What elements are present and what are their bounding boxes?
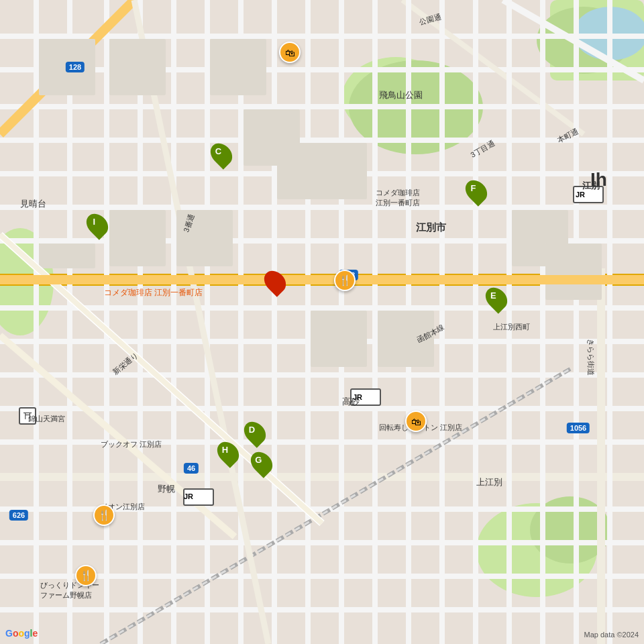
station-ebetsu-label: JR bbox=[576, 188, 585, 200]
svg-rect-17 bbox=[0, 205, 644, 210]
svg-rect-54 bbox=[597, 268, 605, 644]
marker-F[interactable]: F bbox=[467, 179, 486, 203]
poi-shopping-tsutaya[interactable]: 🛍 bbox=[279, 42, 301, 63]
poi-food-bikkuri[interactable]: 🍴 bbox=[75, 565, 97, 586]
poi-food-sushiro[interactable]: 🍴 bbox=[93, 504, 115, 526]
svg-rect-63 bbox=[176, 210, 233, 266]
svg-rect-27 bbox=[0, 574, 644, 579]
svg-rect-32 bbox=[67, 0, 72, 644]
map-data-credit: Map data ©2024 bbox=[584, 631, 639, 639]
svg-rect-64 bbox=[311, 311, 367, 367]
svg-rect-56 bbox=[109, 39, 166, 95]
svg-rect-70 bbox=[0, 275, 644, 284]
svg-rect-33 bbox=[104, 0, 109, 644]
marker-main[interactable] bbox=[266, 270, 284, 294]
map-container[interactable]: 江別市 見晴台 飛鳥山公園 公園通 本町通 3番通 3丁目通 新栄通り 高砂 野… bbox=[0, 0, 644, 644]
svg-rect-48 bbox=[607, 0, 612, 644]
svg-rect-34 bbox=[138, 0, 143, 644]
svg-rect-41 bbox=[372, 0, 378, 644]
svg-rect-23 bbox=[0, 439, 644, 445]
svg-rect-39 bbox=[305, 0, 311, 644]
svg-rect-67 bbox=[545, 244, 602, 300]
station-nopporo-label: JR bbox=[184, 490, 193, 502]
google-logo: Google bbox=[5, 628, 38, 639]
svg-rect-60 bbox=[311, 143, 367, 199]
svg-rect-57 bbox=[210, 39, 266, 95]
svg-rect-15 bbox=[0, 138, 644, 143]
svg-rect-13 bbox=[0, 67, 644, 72]
marker-G[interactable]: G bbox=[252, 451, 271, 475]
svg-rect-38 bbox=[272, 0, 277, 644]
svg-rect-65 bbox=[378, 311, 434, 367]
svg-rect-26 bbox=[0, 540, 644, 545]
marker-E[interactable]: E bbox=[487, 286, 506, 311]
poi-shopping-bookoff[interactable]: 🛍 bbox=[405, 411, 427, 432]
svg-rect-22 bbox=[0, 406, 644, 411]
station-takasago-label: JR bbox=[353, 390, 362, 402]
svg-rect-61 bbox=[39, 244, 95, 268]
svg-rect-24 bbox=[0, 473, 644, 481]
road-badge-1056: 1056 bbox=[567, 423, 590, 433]
svg-rect-44 bbox=[473, 0, 478, 644]
marker-I[interactable]: I bbox=[88, 213, 107, 237]
station-nishiyama: ⛩ bbox=[19, 407, 36, 425]
svg-rect-36 bbox=[205, 0, 210, 644]
road-badge-46: 46 bbox=[184, 463, 199, 474]
svg-rect-37 bbox=[238, 0, 244, 644]
road-badge-626: 626 bbox=[9, 510, 28, 521]
ebetsu-label-big: Ih bbox=[590, 169, 607, 191]
svg-rect-47 bbox=[574, 0, 579, 644]
svg-rect-46 bbox=[540, 0, 545, 644]
marker-C[interactable]: C bbox=[212, 142, 231, 166]
svg-rect-21 bbox=[0, 372, 644, 378]
svg-rect-43 bbox=[439, 0, 445, 644]
svg-rect-19 bbox=[0, 305, 644, 311]
svg-rect-62 bbox=[109, 210, 166, 266]
svg-rect-45 bbox=[506, 0, 512, 644]
map-svg bbox=[0, 0, 644, 644]
svg-rect-35 bbox=[171, 0, 176, 644]
road-badge-128-top: 128 bbox=[66, 62, 85, 72]
marker-D[interactable]: D bbox=[246, 421, 264, 445]
poi-food-marker[interactable]: 🍴 bbox=[334, 270, 356, 291]
svg-rect-28 bbox=[0, 607, 644, 612]
marker-H[interactable]: H bbox=[219, 441, 237, 465]
